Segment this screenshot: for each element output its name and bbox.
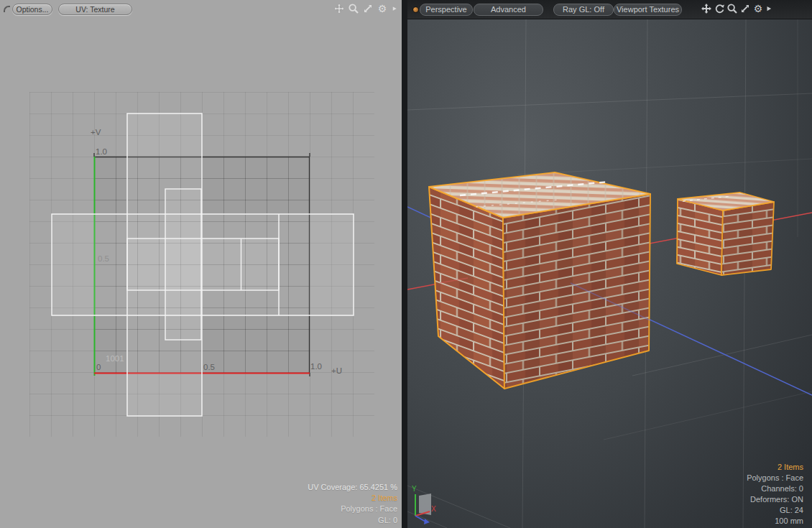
vp-grid-scale: 100 mm: [747, 516, 803, 527]
options-button[interactable]: Options...: [12, 4, 52, 15]
uv-selection-mode: Polygons : Face: [308, 504, 397, 514]
maximize-icon[interactable]: [362, 3, 374, 14]
viewport-textures-button[interactable]: Viewport Textures: [614, 4, 682, 16]
svg-text:⚙: ⚙: [378, 3, 387, 14]
u-max-tick-label: 1.0: [310, 362, 322, 371]
rotate-icon[interactable]: [714, 3, 725, 14]
viewport-state-dot[interactable]: [412, 6, 419, 13]
settings-gear-icon[interactable]: ⚙: [377, 3, 388, 14]
uv-editor-canvas[interactable]: +V 1.0 0.5 1001 0 0.5 1.0 +U: [0, 0, 402, 528]
perspective-button[interactable]: Perspective: [420, 4, 473, 16]
svg-text:⚙: ⚙: [754, 3, 763, 14]
uv-gl-count: GL: 0: [308, 515, 397, 526]
uv-items-count: 2 Items: [308, 493, 397, 504]
small-brick-cube[interactable]: [677, 193, 774, 275]
expand-arrow-icon[interactable]: [765, 3, 772, 14]
vp-items-count: 2 Items: [747, 462, 803, 473]
advanced-button[interactable]: Advanced: [474, 4, 543, 16]
viewport-3d-canvas[interactable]: Y X: [407, 0, 812, 528]
gizmo-x-label: X: [431, 505, 436, 513]
v-mid-tick-label: 0.5: [98, 254, 109, 263]
u-axis-label: +U: [331, 366, 342, 375]
ray-gl-button[interactable]: Ray GL: Off: [553, 4, 614, 16]
v-axis-label: +V: [91, 128, 101, 136]
vp-selection-mode: Polygons : Face: [747, 473, 803, 483]
vp-channels: Channels: 0: [747, 483, 803, 494]
vp-deformers: Deformers: ON: [747, 494, 803, 505]
viewport-3d-panel: Y X Perspective Advanced Ray GL: Off Vie…: [407, 0, 812, 528]
panel-widget-icon[interactable]: [4, 6, 10, 12]
uv-texture-button[interactable]: UV: Texture: [58, 4, 132, 15]
v-max-tick-label: 1.0: [96, 147, 107, 156]
viewport-status-readout: 2 Items Polygons : Face Channels: 0 Defo…: [747, 462, 803, 527]
u-mid-tick-label: 0.5: [203, 363, 215, 371]
app-window: +V 1.0 0.5 1001 0 0.5 1.0 +U Options... …: [0, 0, 812, 528]
pan-icon[interactable]: [333, 3, 345, 14]
vp-gl-count: GL: 24: [747, 505, 803, 516]
uv-editor-panel: +V 1.0 0.5 1001 0 0.5 1.0 +U Options... …: [0, 0, 402, 528]
udim-label: 1001: [106, 354, 124, 363]
zoom-icon[interactable]: [348, 3, 359, 14]
origin-tick-label: 0: [96, 363, 101, 371]
zoom-icon[interactable]: [726, 3, 738, 14]
maximize-icon[interactable]: [739, 3, 751, 14]
settings-gear-icon[interactable]: ⚙: [752, 3, 764, 14]
uv-coverage-value: UV Coverage: 65.4251 %: [308, 482, 397, 493]
gizmo-y-label: Y: [412, 485, 417, 493]
expand-arrow-icon[interactable]: [391, 3, 398, 14]
uv-status-readout: UV Coverage: 65.4251 % 2 Items Polygons …: [308, 482, 397, 526]
pan-icon[interactable]: [701, 3, 712, 14]
